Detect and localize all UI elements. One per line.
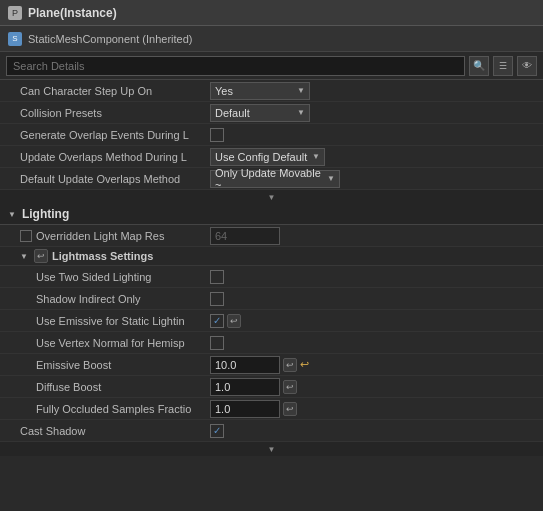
diffuse-boost-input[interactable] <box>210 378 280 396</box>
shadow-indirect-label: Shadow Indirect Only <box>0 293 210 305</box>
lightmass-section-header[interactable]: ▼ ↩ Lightmass Settings <box>0 247 543 266</box>
default-update-dropdown[interactable]: Only Update Movable ~ ▼ <box>210 170 340 188</box>
generate-overlap-value <box>210 128 543 142</box>
vertex-normal-label: Use Vertex Normal for Hemisp <box>0 337 210 349</box>
default-update-label: Default Update Overlaps Method <box>0 173 210 185</box>
emissive-boost-label: Emissive Boost <box>0 359 210 371</box>
vertex-normal-row: Use Vertex Normal for Hemisp <box>0 332 543 354</box>
update-overlaps-row: Update Overlaps Method During L Use Conf… <box>0 146 543 168</box>
lighting-section-header[interactable]: ▼ Lighting <box>0 204 543 225</box>
two-sided-lighting-row: Use Two Sided Lighting <box>0 266 543 288</box>
emissive-static-checkbox[interactable] <box>210 314 224 328</box>
dropdown-arrow4: ▼ <box>327 174 335 183</box>
lightmass-section-title: Lightmass Settings <box>52 250 153 262</box>
cast-shadow-label: Cast Shadow <box>0 425 210 437</box>
shadow-indirect-checkbox[interactable] <box>210 292 224 306</box>
update-overlaps-label: Update Overlaps Method During L <box>0 151 210 163</box>
component-bar: S StaticMeshComponent (Inherited) <box>0 26 543 52</box>
emissive-static-row: Use Emissive for Static Lightin ↩ <box>0 310 543 332</box>
can-char-step-dropdown[interactable]: Yes ▼ <box>210 82 310 100</box>
search-input[interactable] <box>6 56 465 76</box>
two-sided-lighting-value <box>210 270 543 284</box>
plane-icon: P <box>8 6 22 20</box>
can-char-step-label: Can Character Step Up On <box>0 85 210 97</box>
title-bar: P Plane(Instance) <box>0 0 543 26</box>
scroll-down-icon2: ▼ <box>268 445 276 454</box>
fully-occluded-row: Fully Occluded Samples Fractio ↩ <box>0 398 543 420</box>
filter-button[interactable]: ☰ <box>493 56 513 76</box>
cast-shadow-row: Cast Shadow <box>0 420 543 442</box>
emissive-static-reset[interactable]: ↩ <box>227 314 241 328</box>
emissive-boost-input[interactable] <box>210 356 280 374</box>
lightmap-res-label: Overridden Light Map Res <box>0 230 210 242</box>
scroll-down-indicator2[interactable]: ▼ <box>0 442 543 456</box>
dropdown-arrow3: ▼ <box>312 152 320 161</box>
two-sided-lighting-checkbox[interactable] <box>210 270 224 284</box>
two-sided-lighting-label: Use Two Sided Lighting <box>0 271 210 283</box>
search-button[interactable]: 🔍 <box>469 56 489 76</box>
cast-shadow-checkbox[interactable] <box>210 424 224 438</box>
default-update-row: Default Update Overlaps Method Only Upda… <box>0 168 543 190</box>
lightmass-reset-icon[interactable]: ↩ <box>34 249 48 263</box>
collision-presets-dropdown[interactable]: Default ▼ <box>210 104 310 122</box>
can-char-step-value: Yes ▼ <box>210 82 543 100</box>
shadow-indirect-value <box>210 292 543 306</box>
generate-overlap-row: Generate Overlap Events During L <box>0 124 543 146</box>
generate-overlap-checkbox[interactable] <box>210 128 224 142</box>
emissive-boost-reset[interactable]: ↩ <box>283 358 297 372</box>
lightmap-res-checkbox[interactable] <box>20 230 32 242</box>
lightmap-res-input <box>210 227 280 245</box>
scroll-down-indicator[interactable]: ▼ <box>0 190 543 204</box>
emissive-static-label: Use Emissive for Static Lightin <box>0 315 210 327</box>
can-char-step-row: Can Character Step Up On Yes ▼ <box>0 80 543 102</box>
properties-container: Can Character Step Up On Yes ▼ Collision… <box>0 80 543 511</box>
emissive-boost-value: ↩ ↩ <box>210 356 543 374</box>
collision-presets-row: Collision Presets Default ▼ <box>0 102 543 124</box>
diffuse-boost-label: Diffuse Boost <box>0 381 210 393</box>
search-bar: 🔍 ☰ 👁 <box>0 52 543 80</box>
vertex-normal-value <box>210 336 543 350</box>
title-text: Plane(Instance) <box>28 6 117 20</box>
collision-presets-value: Default ▼ <box>210 104 543 122</box>
cast-shadow-value <box>210 424 543 438</box>
scroll-down-icon: ▼ <box>268 193 276 202</box>
fully-occluded-reset[interactable]: ↩ <box>283 402 297 416</box>
fully-occluded-value: ↩ <box>210 400 543 418</box>
update-overlaps-dropdown[interactable]: Use Config Default ▼ <box>210 148 325 166</box>
lightmap-res-value <box>210 227 543 245</box>
diffuse-boost-reset[interactable]: ↩ <box>283 380 297 394</box>
diffuse-boost-value: ↩ <box>210 378 543 396</box>
fully-occluded-input[interactable] <box>210 400 280 418</box>
component-text: StaticMeshComponent (Inherited) <box>28 33 192 45</box>
lighting-section-title: Lighting <box>22 207 69 221</box>
emissive-static-value: ↩ <box>210 314 543 328</box>
component-icon: S <box>8 32 22 46</box>
default-update-value: Only Update Movable ~ ▼ <box>210 170 543 188</box>
section-collapse-arrow: ▼ <box>8 210 16 219</box>
update-overlaps-value: Use Config Default ▼ <box>210 148 543 166</box>
lightmap-res-row: Overridden Light Map Res <box>0 225 543 247</box>
lightmass-collapse-arrow: ▼ <box>20 252 28 261</box>
generate-overlap-label: Generate Overlap Events During L <box>0 129 210 141</box>
emissive-boost-yellow-reset[interactable]: ↩ <box>300 358 309 371</box>
dropdown-arrow: ▼ <box>297 86 305 95</box>
eye-button[interactable]: 👁 <box>517 56 537 76</box>
fully-occluded-label: Fully Occluded Samples Fractio <box>0 403 210 415</box>
collision-presets-label: Collision Presets <box>0 107 210 119</box>
emissive-boost-row: Emissive Boost ↩ ↩ <box>0 354 543 376</box>
vertex-normal-checkbox[interactable] <box>210 336 224 350</box>
dropdown-arrow2: ▼ <box>297 108 305 117</box>
diffuse-boost-row: Diffuse Boost ↩ <box>0 376 543 398</box>
shadow-indirect-row: Shadow Indirect Only <box>0 288 543 310</box>
